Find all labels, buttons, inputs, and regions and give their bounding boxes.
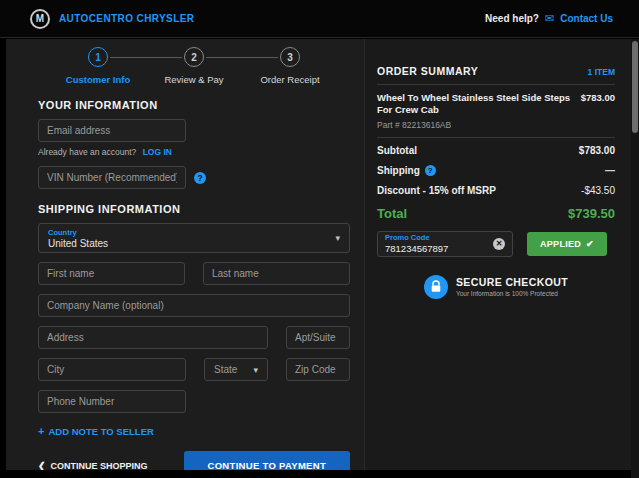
last-name-input[interactable]	[203, 262, 350, 285]
company-name-input[interactable]	[38, 294, 350, 317]
subtotal-value: $783.00	[579, 145, 615, 156]
checkout-form-column: 1 Customer Info 2 Review & Pay 3 Order R…	[6, 39, 364, 470]
step-2-circle: 2	[184, 47, 204, 67]
clear-promo-icon[interactable]: ✕	[493, 238, 505, 250]
city-input[interactable]	[38, 358, 186, 381]
zip-code-input[interactable]	[286, 358, 350, 381]
shipping-label: Shipping	[377, 165, 420, 176]
lock-icon	[424, 275, 448, 299]
email-input[interactable]	[38, 119, 186, 142]
product-row: Wheel To Wheel Stainless Steel Side Step…	[377, 92, 615, 117]
step-review-pay[interactable]: 2 Review & Pay	[155, 47, 233, 85]
first-name-input[interactable]	[38, 262, 185, 285]
step-3-circle: 3	[280, 47, 300, 67]
step-customer-info[interactable]: 1 Customer Info	[59, 47, 137, 85]
continue-shopping-label: CONTINUE SHOPPING	[51, 461, 148, 471]
address-input[interactable]	[38, 326, 268, 349]
order-summary-panel: ORDER SUMMARY 1 ITEM Wheel To Wheel Stai…	[364, 39, 631, 470]
add-note-to-seller-link[interactable]: + ADD NOTE TO SELLER	[38, 425, 154, 437]
country-select-value: United States	[48, 238, 108, 249]
promo-applied-button[interactable]: APPLIED ✔	[527, 232, 607, 256]
subtotal-label: Subtotal	[377, 145, 417, 156]
check-icon: ✔	[586, 239, 594, 249]
step-1-label: Customer Info	[66, 74, 130, 85]
order-summary-title: ORDER SUMMARY	[377, 65, 478, 77]
mail-icon[interactable]: ✉	[545, 13, 554, 24]
step-1-circle: 1	[88, 47, 108, 67]
continue-to-payment-button[interactable]: CONTINUE TO PAYMENT	[184, 451, 350, 470]
divider	[377, 137, 615, 138]
discount-value: -$43.50	[581, 185, 615, 196]
account-question-text: Already have an account?	[38, 147, 136, 157]
discount-row: Discount - 15% off MSRP -$43.50	[377, 185, 615, 196]
state-select-value: State	[214, 364, 237, 375]
shipping-row: Shipping ? —	[377, 165, 615, 176]
step-order-receipt[interactable]: 3 Order Receipt	[251, 47, 329, 85]
chevron-down-icon: ▾	[335, 233, 340, 243]
need-help-text: Need help?	[485, 13, 539, 24]
brand-name: AUTOCENTRO CHRYSLER	[59, 13, 194, 24]
divider	[377, 84, 615, 85]
secure-checkout-title: SECURE CHECKOUT	[456, 276, 568, 288]
step-2-label: Review & Pay	[164, 74, 223, 85]
your-information-title: YOUR INFORMATION	[38, 99, 350, 111]
item-count-badge: 1 ITEM	[588, 67, 615, 77]
continue-shopping-link[interactable]: ❮ CONTINUE SHOPPING	[38, 461, 148, 471]
subtotal-row: Subtotal $783.00	[377, 145, 615, 156]
scrollbar-thumb[interactable]	[632, 41, 638, 133]
phone-number-input[interactable]	[38, 390, 186, 413]
plus-icon: +	[38, 425, 44, 437]
country-select-label: Country	[48, 228, 108, 237]
chevron-left-icon: ❮	[38, 461, 46, 471]
page-scrollbar[interactable]	[631, 39, 639, 478]
contact-us-link[interactable]: Contact Us	[560, 13, 613, 24]
step-3-label: Order Receipt	[260, 74, 319, 85]
add-note-label: ADD NOTE TO SELLER	[48, 426, 153, 437]
shipping-information-title: SHIPPING INFORMATION	[38, 203, 350, 215]
total-label: Total	[377, 206, 407, 221]
secure-checkout-block: SECURE CHECKOUT Your Information is 100%…	[377, 275, 615, 299]
state-select[interactable]: State ▾	[204, 358, 268, 381]
shipping-help-icon[interactable]: ?	[425, 165, 436, 176]
total-row: Total $739.50	[377, 206, 615, 221]
top-header: M AUTOCENTRO CHRYSLER Need help? ✉ Conta…	[0, 0, 639, 38]
vin-input[interactable]	[38, 166, 186, 189]
country-select[interactable]: Country United States ▾	[38, 223, 350, 253]
promo-code-label: Promo Code	[385, 233, 448, 242]
product-part-number: Part # 82213616AB	[377, 120, 615, 130]
discount-label: Discount - 15% off MSRP	[377, 185, 496, 196]
product-price: $783.00	[581, 92, 615, 103]
promo-code-value: 781234567897	[385, 243, 448, 254]
shipping-value: —	[605, 165, 615, 176]
vin-help-icon[interactable]: ?	[194, 172, 206, 184]
apt-suite-input[interactable]	[286, 326, 350, 349]
total-value: $739.50	[568, 206, 615, 221]
secure-checkout-subtitle: Your Information is 100% Protected	[456, 290, 568, 297]
mopar-logo-icon: M	[30, 9, 50, 29]
checkout-stepper: 1 Customer Info 2 Review & Pay 3 Order R…	[38, 47, 350, 91]
promo-code-input[interactable]: Promo Code 781234567897 ✕	[377, 231, 513, 257]
product-name: Wheel To Wheel Stainless Steel Side Step…	[377, 92, 571, 117]
login-link[interactable]: LOG IN	[143, 147, 172, 157]
applied-label: APPLIED	[540, 239, 581, 249]
page-content: 1 Customer Info 2 Review & Pay 3 Order R…	[6, 39, 631, 470]
chevron-down-icon: ▾	[253, 365, 258, 375]
